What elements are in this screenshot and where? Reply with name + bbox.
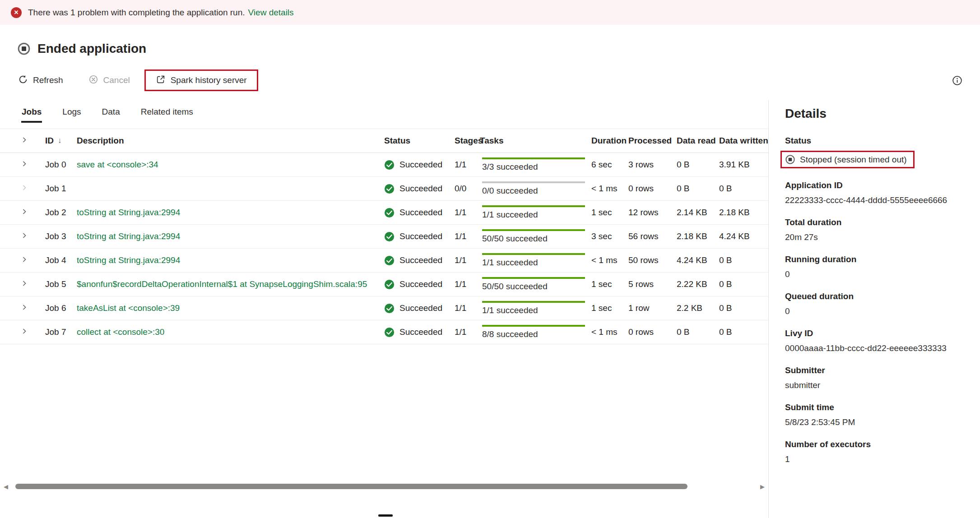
stopped-icon bbox=[17, 42, 31, 56]
succeeded-check-icon bbox=[384, 255, 395, 266]
tasks-progress-bar bbox=[482, 181, 585, 183]
job-description-link[interactable]: collect at <console>:30 bbox=[77, 327, 164, 337]
horizontal-scrollbar[interactable]: ◀ ▶ bbox=[0, 481, 768, 492]
column-header-data-read[interactable]: Data read bbox=[677, 136, 719, 146]
status-highlight-box: Stopped (session timed out) bbox=[780, 151, 915, 168]
view-details-link[interactable]: View details bbox=[248, 8, 294, 18]
job-status: Succeeded bbox=[384, 279, 455, 290]
row-expand-chevron[interactable] bbox=[21, 232, 28, 239]
detail-field-application-id: Application ID 22223333-cccc-4444-dddd-5… bbox=[785, 180, 980, 205]
tasks-progress-fill bbox=[482, 301, 585, 303]
job-id: Job 1 bbox=[45, 184, 77, 194]
tab-related-items[interactable]: Related items bbox=[140, 107, 194, 123]
page-header: Ended application bbox=[17, 42, 146, 56]
tasks-text: 0/0 succeeded bbox=[482, 186, 585, 196]
external-link-icon bbox=[156, 74, 166, 87]
job-data-written: 0 B bbox=[719, 303, 768, 313]
cancel-button[interactable]: Cancel bbox=[82, 70, 136, 90]
column-header-description[interactable]: Description bbox=[77, 136, 384, 146]
job-status: Succeeded bbox=[384, 255, 455, 266]
page-title: Ended application bbox=[37, 42, 146, 56]
column-header-data-written[interactable]: Data written bbox=[719, 136, 768, 146]
job-duration: 3 sec bbox=[591, 231, 628, 241]
sort-arrow-icon: ↓ bbox=[58, 136, 62, 145]
tab-logs[interactable]: Logs bbox=[62, 107, 81, 123]
job-duration: < 1 ms bbox=[591, 184, 628, 194]
job-tasks: 3/3 succeeded bbox=[476, 157, 591, 172]
tasks-progress-fill bbox=[482, 277, 585, 279]
succeeded-check-icon bbox=[384, 184, 395, 194]
tasks-text: 1/1 succeeded bbox=[482, 258, 585, 268]
tab-data[interactable]: Data bbox=[102, 107, 121, 123]
info-icon[interactable] bbox=[952, 75, 963, 86]
job-description-link[interactable]: toString at String.java:2994 bbox=[77, 255, 180, 265]
column-header-status[interactable]: Status bbox=[384, 136, 455, 146]
job-processed: 56 rows bbox=[628, 231, 677, 241]
succeeded-check-icon bbox=[384, 160, 395, 170]
column-header-tasks[interactable]: Tasks bbox=[476, 136, 591, 146]
job-duration: 1 sec bbox=[591, 279, 628, 289]
tasks-progress-bar bbox=[482, 277, 585, 279]
job-description-link[interactable]: save at <console>:34 bbox=[77, 160, 158, 169]
spark-history-label: Spark history server bbox=[171, 75, 247, 85]
scrollbar-track[interactable] bbox=[12, 483, 757, 490]
spark-history-server-button[interactable]: Spark history server bbox=[149, 70, 253, 90]
refresh-button[interactable]: Refresh bbox=[12, 70, 70, 90]
tasks-text: 1/1 succeeded bbox=[482, 305, 585, 315]
job-data-read: 0 B bbox=[677, 327, 719, 337]
status-text: Succeeded bbox=[399, 279, 442, 289]
tasks-progress-fill bbox=[482, 157, 585, 159]
tasks-progress-bar bbox=[482, 325, 585, 327]
job-tasks: 8/8 succeeded bbox=[476, 325, 591, 339]
status-text: Succeeded bbox=[399, 231, 442, 241]
table-row: Job 5 $anonfun$recordDeltaOperationInter… bbox=[0, 273, 768, 296]
row-expand-chevron[interactable] bbox=[21, 208, 28, 215]
row-expand-chevron[interactable] bbox=[21, 328, 28, 335]
status-value: Stopped (session timed out) bbox=[800, 155, 907, 165]
table-row: Job 3 toString at String.java:2994 Succe… bbox=[0, 225, 768, 249]
table-header-row: ID ↓ Description Status Stages Tasks Dur… bbox=[0, 129, 768, 153]
row-expand-chevron[interactable] bbox=[21, 160, 28, 167]
job-stages: 1/1 bbox=[455, 303, 476, 313]
job-data-written: 3.91 KB bbox=[719, 160, 768, 170]
column-header-stages[interactable]: Stages bbox=[455, 136, 476, 146]
column-header-processed[interactable]: Processed bbox=[628, 136, 677, 146]
table-row: Job 4 toString at String.java:2994 Succe… bbox=[0, 249, 768, 273]
row-expand-chevron[interactable] bbox=[21, 304, 28, 311]
error-icon: ✕ bbox=[11, 7, 22, 18]
job-description-link[interactable]: toString at String.java:2994 bbox=[77, 208, 180, 217]
table-row: Job 7 collect at <console>:30 Succeeded … bbox=[0, 320, 768, 344]
job-id: Job 4 bbox=[45, 255, 77, 265]
job-data-written: 0 B bbox=[719, 327, 768, 337]
tasks-progress-bar bbox=[482, 205, 585, 207]
row-expand-chevron[interactable] bbox=[21, 256, 28, 263]
job-description-link[interactable]: takeAsList at <console>:39 bbox=[77, 303, 180, 313]
job-processed: 1 row bbox=[628, 303, 677, 313]
tasks-text: 50/50 succeeded bbox=[482, 234, 585, 244]
job-id: Job 5 bbox=[45, 279, 77, 289]
job-data-read: 0 B bbox=[677, 184, 719, 194]
job-description-link[interactable]: toString at String.java:2994 bbox=[77, 231, 180, 241]
scroll-left-arrow[interactable]: ◀ bbox=[0, 483, 12, 490]
expand-all-chevron[interactable] bbox=[21, 136, 28, 143]
scrollbar-thumb[interactable] bbox=[15, 484, 687, 489]
tasks-progress-bar bbox=[482, 253, 585, 255]
job-data-read: 2.18 KB bbox=[677, 231, 719, 241]
table-row: Job 1 Succeeded 0/0 0/0 succeeded < 1 ms… bbox=[0, 177, 768, 201]
column-header-duration[interactable]: Duration bbox=[591, 136, 628, 146]
job-data-written: 4.24 KB bbox=[719, 231, 768, 241]
tab-jobs[interactable]: Jobs bbox=[21, 107, 42, 123]
succeeded-check-icon bbox=[384, 303, 395, 314]
job-tasks: 50/50 succeeded bbox=[476, 229, 591, 244]
row-expand-chevron[interactable] bbox=[21, 280, 28, 287]
row-expand-chevron[interactable] bbox=[21, 184, 28, 191]
tasks-progress-bar bbox=[482, 229, 585, 231]
job-data-written: 0 B bbox=[719, 255, 768, 265]
job-description-link[interactable]: $anonfun$recordDeltaOperationInternal$1 … bbox=[77, 279, 367, 289]
stopped-status-icon bbox=[785, 154, 795, 165]
column-header-id[interactable]: ID ↓ bbox=[45, 136, 77, 146]
scroll-right-arrow[interactable]: ▶ bbox=[757, 483, 768, 490]
tasks-text: 1/1 succeeded bbox=[482, 210, 585, 220]
job-id: Job 2 bbox=[45, 208, 77, 217]
cancel-label: Cancel bbox=[103, 75, 130, 85]
